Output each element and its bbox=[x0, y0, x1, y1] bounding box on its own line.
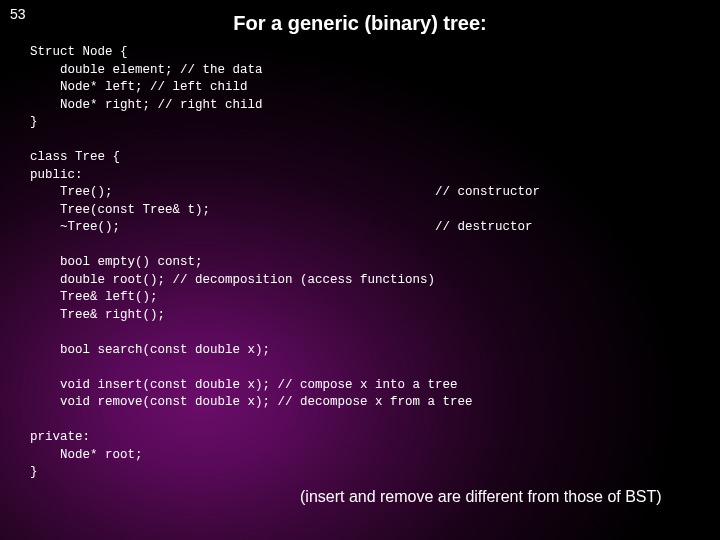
slide: 53 For a generic (binary) tree: Struct N… bbox=[0, 0, 720, 540]
code-block: Struct Node { double element; // the dat… bbox=[30, 44, 700, 482]
footer-note: (insert and remove are different from th… bbox=[300, 488, 662, 506]
slide-title: For a generic (binary) tree: bbox=[0, 12, 720, 35]
